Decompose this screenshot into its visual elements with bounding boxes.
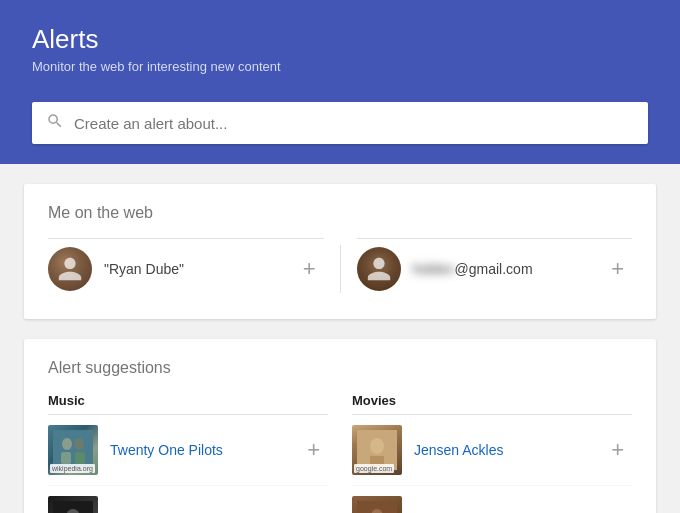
me-on-the-web-card: Me on the web "Ryan Dube" +	[24, 184, 656, 319]
suggestions-grid: Music wikipedia.org Twenty One Pilot	[48, 393, 632, 513]
jensen-source: google.com	[354, 464, 394, 473]
add-kevin-durant-button[interactable]: +	[603, 504, 632, 513]
add-ryan-alert-button[interactable]: +	[295, 252, 324, 286]
tool-thumb: blabbermouth	[48, 496, 98, 513]
page-header: Alerts Monitor the web for interesting n…	[0, 0, 680, 102]
jensen-ackles-name[interactable]: Jensen Ackles	[414, 442, 603, 458]
music-column: Music wikipedia.org Twenty One Pilot	[48, 393, 328, 513]
me-items-divider	[340, 245, 341, 293]
twenty-one-pilots-source: wikipedia.org	[50, 464, 95, 473]
me-on-web-title: Me on the web	[48, 204, 632, 222]
suggestion-item-twenty-one-pilots: wikipedia.org Twenty One Pilots +	[48, 415, 328, 486]
email-domain: @gmail.com	[455, 261, 533, 277]
movies-column: Movies google.com Jensen Ackles +	[352, 393, 632, 513]
main-content: Me on the web "Ryan Dube" +	[0, 164, 680, 513]
avatar-ryan	[48, 247, 92, 291]
jensen-ackles-thumb: google.com	[352, 425, 402, 475]
movies-category-label: Movies	[352, 393, 632, 415]
svg-rect-4	[75, 452, 85, 464]
suggestion-item-kevin-durant: google.com Kevin Durant +	[352, 486, 632, 513]
twenty-one-pilots-thumb: wikipedia.org	[48, 425, 98, 475]
alert-suggestions-title: Alert suggestions	[48, 359, 632, 377]
add-tool-button[interactable]: +	[299, 504, 328, 513]
me-items-row: "Ryan Dube" + hidden@gmail.com +	[48, 238, 632, 299]
me-item-ryan: "Ryan Dube" +	[48, 238, 324, 299]
suggestion-item-jensen-ackles: google.com Jensen Ackles +	[352, 415, 632, 486]
avatar-email	[357, 247, 401, 291]
music-category-label: Music	[48, 393, 328, 415]
twenty-one-pilots-name[interactable]: Twenty One Pilots	[110, 442, 299, 458]
svg-point-9	[370, 438, 384, 454]
alert-suggestions-card: Alert suggestions Music wiki	[24, 339, 656, 513]
page-subtitle: Monitor the web for interesting new cont…	[32, 59, 648, 74]
search-icon	[46, 112, 64, 134]
me-item-ryan-label: "Ryan Dube"	[104, 261, 295, 277]
email-blurred-text: hidden	[413, 261, 455, 277]
svg-point-1	[62, 438, 72, 450]
svg-point-2	[74, 438, 84, 450]
add-email-alert-button[interactable]: +	[603, 252, 632, 286]
kevin-durant-thumb: google.com	[352, 496, 402, 513]
add-twenty-one-pilots-button[interactable]: +	[299, 433, 328, 467]
search-input[interactable]	[74, 115, 634, 132]
svg-rect-3	[61, 452, 71, 464]
page-title: Alerts	[32, 24, 648, 55]
search-bar-wrapper	[0, 102, 680, 164]
me-item-email-label: hidden@gmail.com	[413, 261, 604, 277]
suggestion-item-tool: blabbermouth Tool +	[48, 486, 328, 513]
search-bar	[32, 102, 648, 144]
add-jensen-ackles-button[interactable]: +	[603, 433, 632, 467]
me-item-email: hidden@gmail.com +	[357, 238, 633, 299]
